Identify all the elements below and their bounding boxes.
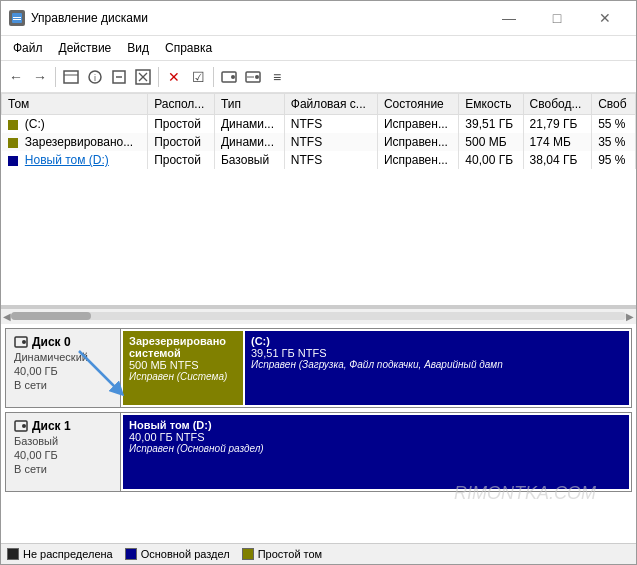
disk-1-partition-0[interactable]: Новый том (D:) 40,00 ГБ NTFS Исправен (О… <box>123 415 629 489</box>
legend: Не распределена Основной раздел Простой … <box>1 543 636 564</box>
maximize-button[interactable]: □ <box>534 7 580 29</box>
toolbar-btn-list[interactable]: ≡ <box>266 66 288 88</box>
legend-item-1: Основной раздел <box>125 548 230 560</box>
legend-label-2: Простой том <box>258 548 322 560</box>
toolbar-btn-3[interactable] <box>60 66 82 88</box>
svg-rect-1 <box>13 17 21 18</box>
menu-view[interactable]: Вид <box>119 38 157 58</box>
table-area[interactable]: Том Распол... Тип Файловая с... Состояни… <box>1 93 636 308</box>
part-0-0-status: Исправен (Система) <box>129 371 237 382</box>
disk-1-name: Диск 1 <box>32 419 71 433</box>
part-0-1-size: 39,51 ГБ NTFS <box>251 347 623 359</box>
disk-0-type: Динамический <box>14 351 112 363</box>
disk-1-title: Диск 1 <box>14 419 112 433</box>
cell-name: Зарезервировано... <box>2 133 148 151</box>
col-location[interactable]: Распол... <box>148 94 215 115</box>
cell-free-pct: 95 % <box>592 151 636 169</box>
toolbar-btn-6[interactable] <box>132 66 154 88</box>
toolbar-btn-delete[interactable]: ✕ <box>163 66 185 88</box>
disk-row-1: Диск 1 Базовый 40,00 ГБ В сети Новый том… <box>5 412 632 492</box>
legend-item-0: Не распределена <box>7 548 113 560</box>
toolbar-sep-3 <box>213 67 214 87</box>
col-type[interactable]: Тип <box>214 94 284 115</box>
cell-status: Исправен... <box>377 133 458 151</box>
col-free-pct[interactable]: Своб <box>592 94 636 115</box>
forward-button[interactable]: → <box>29 66 51 88</box>
disk-0-status: В сети <box>14 379 112 391</box>
cell-capacity: 40,00 ГБ <box>459 151 523 169</box>
cell-status: Исправен... <box>377 115 458 134</box>
legend-box-2 <box>242 548 254 560</box>
main-content: Том Распол... Тип Файловая с... Состояни… <box>1 93 636 564</box>
table-row[interactable]: (C:) Простой Динами... NTFS Исправен... … <box>2 115 636 134</box>
close-button[interactable]: ✕ <box>582 7 628 29</box>
menu-help[interactable]: Справка <box>157 38 220 58</box>
disk-1-size: 40,00 ГБ <box>14 449 112 461</box>
disk-1-label: Диск 1 Базовый 40,00 ГБ В сети <box>6 413 121 491</box>
col-name[interactable]: Том <box>2 94 148 115</box>
toolbar-btn-4[interactable]: i <box>84 66 106 88</box>
scroll-track[interactable] <box>11 312 626 320</box>
svg-rect-3 <box>64 71 78 83</box>
legend-box-1 <box>125 548 137 560</box>
cell-name: (C:) <box>2 115 148 134</box>
svg-point-20 <box>22 424 26 428</box>
col-filesystem[interactable]: Файловая с... <box>284 94 377 115</box>
svg-point-13 <box>231 75 235 79</box>
disk-0-title: Диск 0 <box>14 335 112 349</box>
cell-filesystem: NTFS <box>284 115 377 134</box>
disk-1-type: Базовый <box>14 435 112 447</box>
scroll-thumb[interactable] <box>11 312 91 320</box>
menu-file[interactable]: Файл <box>5 38 51 58</box>
col-free[interactable]: Свобод... <box>523 94 592 115</box>
back-button[interactable]: ← <box>5 66 27 88</box>
col-capacity[interactable]: Емкость <box>459 94 523 115</box>
svg-rect-2 <box>13 19 21 20</box>
disk-row-0: Диск 0 Динамический 40,00 ГБ В сети Заре… <box>5 328 632 408</box>
minimize-button[interactable]: — <box>486 7 532 29</box>
part-1-0-name: Новый том (D:) <box>129 419 623 431</box>
toolbar-btn-5[interactable] <box>108 66 130 88</box>
disk-0-size: 40,00 ГБ <box>14 365 112 377</box>
part-0-0-name: Зарезервировано системой <box>129 335 237 359</box>
cell-free-pct: 35 % <box>592 133 636 151</box>
cell-free-pct: 55 % <box>592 115 636 134</box>
table-row[interactable]: Зарезервировано... Простой Динами... NTF… <box>2 133 636 151</box>
cell-type: Базовый <box>214 151 284 169</box>
col-status[interactable]: Состояние <box>377 94 458 115</box>
horizontal-scrollbar[interactable]: ◀ ▶ <box>1 308 636 324</box>
toolbar-sep-2 <box>158 67 159 87</box>
svg-point-18 <box>22 340 26 344</box>
main-window: Управление дисками — □ ✕ Файл Действие В… <box>0 0 637 565</box>
window-controls: — □ ✕ <box>486 7 628 29</box>
menu-action[interactable]: Действие <box>51 38 120 58</box>
disk-1-partitions: Новый том (D:) 40,00 ГБ NTFS Исправен (О… <box>121 413 631 491</box>
toolbar-btn-disk2[interactable] <box>242 66 264 88</box>
disk-0-name: Диск 0 <box>32 335 71 349</box>
cell-free: 38,04 ГБ <box>523 151 592 169</box>
table-row[interactable]: Новый том (D:) Простой Базовый NTFS Испр… <box>2 151 636 169</box>
part-1-0-size: 40,00 ГБ NTFS <box>129 431 623 443</box>
cell-free: 174 МБ <box>523 133 592 151</box>
part-0-0-size: 500 МБ NTFS <box>129 359 237 371</box>
cell-capacity: 500 МБ <box>459 133 523 151</box>
disk-0-label: Диск 0 Динамический 40,00 ГБ В сети <box>6 329 121 407</box>
titlebar-left: Управление дисками <box>9 10 148 26</box>
disk-table: Том Распол... Тип Файловая с... Состояни… <box>1 93 636 169</box>
legend-box-0 <box>7 548 19 560</box>
window-title: Управление дисками <box>31 11 148 25</box>
titlebar: Управление дисками — □ ✕ <box>1 1 636 36</box>
disk-1-status: В сети <box>14 463 112 475</box>
toolbar-btn-check[interactable]: ☑ <box>187 66 209 88</box>
svg-text:i: i <box>94 73 96 83</box>
disk-0-partition-1[interactable]: (C:) 39,51 ГБ NTFS Исправен (Загрузка, Ф… <box>245 331 629 405</box>
part-1-0-status: Исправен (Основной раздел) <box>129 443 623 454</box>
disk-1-icon <box>14 419 28 433</box>
cell-type: Динами... <box>214 133 284 151</box>
disk-0-partition-0[interactable]: Зарезервировано системой 500 МБ NTFS Исп… <box>123 331 243 405</box>
menubar: Файл Действие Вид Справка <box>1 36 636 61</box>
cell-name[interactable]: Новый том (D:) <box>2 151 148 169</box>
toolbar-btn-disk1[interactable] <box>218 66 240 88</box>
toolbar: ← → i ✕ ☑ ≡ <box>1 61 636 93</box>
part-0-1-status: Исправен (Загрузка, Файл подкачки, Авари… <box>251 359 623 370</box>
